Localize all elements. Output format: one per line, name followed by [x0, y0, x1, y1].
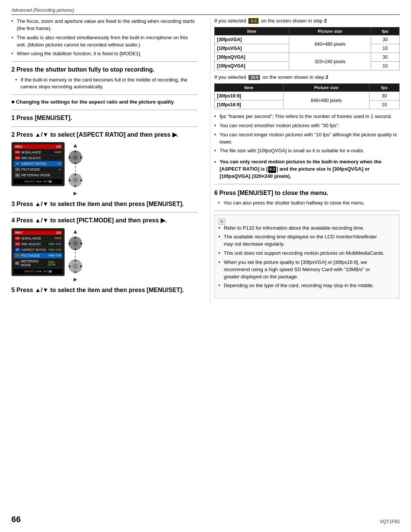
table-43: Item Picture size fps [30fpsVGA] 640×480…: [214, 27, 400, 70]
wb-icon: WB: [15, 150, 20, 154]
step-1-num: 1: [11, 115, 15, 121]
menu-item-wbalance-2: WB W.BALANCE AWB: [14, 236, 62, 241]
menu-item-aspectratio: AR ASPECT RATIO 4:3: [14, 161, 62, 167]
arrow-dashed-1: [75, 166, 76, 172]
step-2-num: 2: [11, 66, 15, 73]
note-bullets: Refer to P132 for information about the …: [218, 225, 386, 292]
step-5-num: 5: [11, 287, 15, 293]
table2-header-item: Item: [214, 84, 283, 92]
badge-43: 4:3: [248, 18, 259, 24]
step-2b: 2 Press ▲/▼ to select [ASPECT RATIO] and…: [11, 131, 197, 139]
page-footer: 66 VQT1F83: [11, 514, 400, 524]
arrow-up-2: ▲: [72, 228, 78, 235]
menu-item-pictmode-2: + PICT.MODE 30fps VGA: [14, 253, 62, 259]
table2-row2-fps: 10: [369, 101, 399, 109]
dpad-center-4: [73, 264, 78, 269]
table1-header-item: Item: [214, 27, 289, 35]
step-3-heading: 3 Press ▲/▼ to select the item and then …: [11, 200, 197, 208]
dpad-circle-3: ▲ ▼ ◄ ►: [68, 236, 82, 250]
divider-5: [11, 212, 197, 212]
note-bullet-4: When you set the picture quality to [30f…: [218, 259, 386, 281]
dpad-container-1: ▲ ▲ ▼ ◄ ► ▲ ▼: [68, 142, 82, 197]
select-bar-2: SELECT◄► SET▮▮: [14, 269, 62, 274]
note-icon: ✎: [218, 219, 225, 225]
menu-item-metering-2: ◎ METERING MODE 10fps QVGA: [14, 259, 62, 268]
table1-row3-item: [30fpsQVGA]: [214, 53, 289, 62]
right-bullet-4: The file size with [10fpsQVGA] is small …: [214, 147, 400, 155]
menu-item-metering: ◎ METERING MODE: [14, 173, 62, 178]
table1-header-fps: fps: [371, 27, 400, 35]
bold-bullet-list: You can only record motion pictures to t…: [214, 158, 400, 180]
menu-item-wbadjust-2: WB WB ADJUST. 20fps VGA: [14, 241, 62, 247]
table1-row1-item: [30fpsVGA]: [214, 35, 289, 44]
dpad-2: ▲ ▼ ◄ ►: [68, 173, 82, 187]
rec-bar-2: REC 1/3: [14, 230, 62, 235]
if-43-text: If you selected 4:3 on the screen shown …: [214, 18, 400, 24]
wb-icon-2: WB: [15, 236, 20, 240]
menu-item-pictmode: + PICT.MODE ▪▪▪: [14, 167, 62, 173]
screen1-container: REC 1/3 WB W.BALANCE AWB WB WB ADJUST. A…: [11, 142, 197, 197]
if-169-text: If you selected 16:9 on the screen shown…: [214, 74, 400, 80]
table1-row2-fps: 10: [371, 44, 400, 53]
dpad-center-1: [73, 155, 78, 160]
note-bullet-5: Depending on the type of the card, recor…: [218, 282, 386, 289]
dpad-4: ▲ ▼ ◄ ►: [68, 259, 82, 273]
table1-row1-fps: 30: [371, 35, 400, 44]
dpad-circle-4: ▲ ▼ ◄ ►: [68, 259, 82, 273]
dpad-1: ▲ ▼ ◄ ►: [68, 150, 82, 164]
step-2-heading: 2 Press the shutter button fully to stop…: [11, 66, 197, 74]
camera-screen-1: REC 1/3 WB W.BALANCE AWB WB WB ADJUST. A…: [11, 142, 65, 186]
dpad-circle-1: ▲ ▼ ◄ ►: [68, 150, 82, 164]
table2-header-size: Picture size: [283, 84, 369, 92]
step-4-num: 4: [11, 217, 15, 224]
note-box: ✎ Refer to P132 for information about th…: [214, 215, 400, 299]
table-row: [30fpsQVGA] 320×240 pixels 30: [214, 53, 399, 62]
screen2-container: REC 1/3 WB W.BALANCE AWB WB WB ADJUST. 2…: [11, 228, 197, 283]
model-number: VQT1F83: [380, 519, 400, 524]
table-169: Item Picture size fps [30fps16:9] 848×48…: [214, 83, 400, 109]
left-column: The focus, zoom and aperture value are f…: [11, 18, 201, 302]
table-row: [30fps16:9] 848×480 pixels 30: [214, 92, 399, 101]
right-divider-2: [214, 211, 400, 211]
table-row: [30fpsVGA] 640×480 pixels 30: [214, 35, 399, 44]
divider-1: [11, 61, 197, 62]
dpad-3: ▲ ▼ ◄ ►: [68, 236, 82, 250]
step-3: 3 Press ▲/▼ to select the item and then …: [11, 200, 197, 208]
select-bar-1: SELECT◄► SET▮▮: [14, 179, 62, 184]
note-bullet-2: The available recording time displayed o…: [218, 233, 386, 248]
camera-screen-2: REC 1/3 WB W.BALANCE AWB WB WB ADJUST. 2…: [11, 228, 65, 276]
step-2: 2 Press the shutter button fully to stop…: [11, 66, 197, 91]
arrow-right-2: ►: [72, 276, 78, 283]
arrow-up-1: ▲: [72, 142, 78, 149]
menu-item-wbadjust: WB WB ADJUST.: [14, 155, 62, 161]
step-2b-num: 2: [11, 131, 15, 138]
step-2-sub-1: If the built-in memory or the card becom…: [15, 77, 197, 91]
note-bullet-3: This unit does not support recording mot…: [218, 250, 386, 257]
table2-row1-size: 848×480 pixels: [283, 92, 369, 109]
divider-3: [11, 110, 197, 110]
main-content: The focus, zoom and aperture value are f…: [11, 18, 400, 302]
intro-bullet-2: The audio is also recorded simultaneousl…: [11, 34, 197, 49]
step-6-subbullets: You can also press the shutter button ha…: [218, 200, 400, 207]
wba-icon: WB: [15, 156, 20, 160]
table1-row1-size: 640×480 pixels: [289, 35, 371, 53]
table1-row2-item: [10fpsVGA]: [214, 44, 289, 53]
table2-row1-fps: 30: [369, 92, 399, 101]
step-2-subbullets: If the built-in memory or the card becom…: [15, 77, 197, 91]
ar-icon: AR: [15, 162, 20, 166]
section-heading: Changing the settings for the aspect rat…: [11, 99, 197, 106]
mm-icon: ◎: [15, 173, 20, 177]
intro-bullet-3: When using the stabilizer function, it i…: [11, 50, 197, 58]
table1-header-size: Picture size: [289, 27, 371, 35]
divider-2: [11, 94, 197, 95]
step-6: 6 Press [MENU/SET] to close the menu. Yo…: [214, 189, 400, 207]
table1-row3-fps: 30: [371, 53, 400, 62]
step-6-heading: 6 Press [MENU/SET] to close the menu.: [214, 189, 400, 197]
step-3-num: 3: [11, 201, 15, 207]
step-2b-heading: 2 Press ▲/▼ to select [ASPECT RATIO] and…: [11, 131, 197, 139]
right-bullet-1: fps "frames per second"; This refers to …: [214, 113, 400, 120]
page: Advanced (Recording pictures) The focus,…: [0, 0, 411, 532]
note-bullet-1: Refer to P132 for information about the …: [218, 225, 386, 232]
right-bullet-2: You can record smoother motion pictures …: [214, 122, 400, 129]
menu-item-aspectratio-2: AR ASPECT RATIO 10fps VGA: [14, 247, 62, 253]
